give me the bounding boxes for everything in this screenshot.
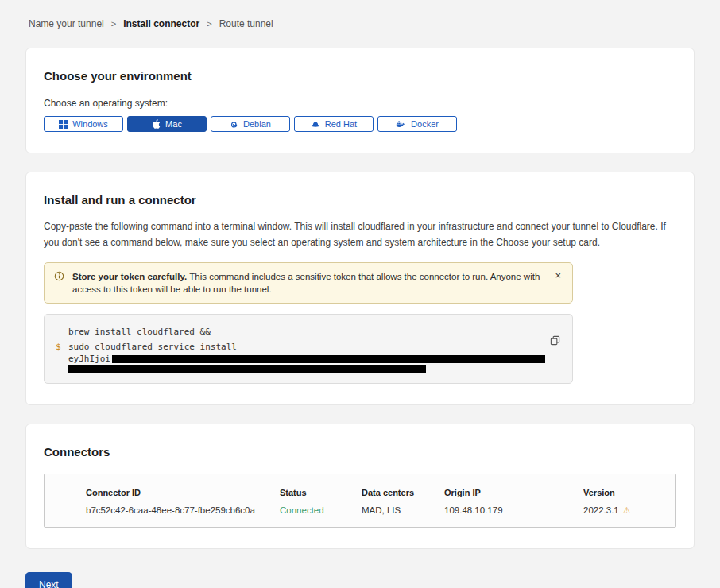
os-button-label: Debian (243, 119, 271, 129)
os-button-label: Windows (72, 119, 108, 129)
install-card: Install and run a connector Copy-paste t… (25, 172, 695, 405)
connectors-card: Connectors Connector ID Status Data cent… (25, 424, 695, 549)
code-text: brew install cloudflared && (68, 324, 211, 339)
command-code-block: brew install cloudflared && $ sudo cloud… (44, 314, 573, 384)
copy-icon[interactable] (550, 335, 560, 346)
shell-prompt: $ (56, 339, 68, 354)
close-icon[interactable]: × (553, 270, 563, 281)
docker-icon (396, 120, 406, 128)
breadcrumb-separator: > (111, 19, 116, 29)
windows-icon (59, 120, 68, 129)
main-content: Choose your environment Choose an operat… (25, 48, 695, 549)
token-warning-bold: Store your token carefully. (72, 272, 187, 281)
version-value: 2022.3.1 (583, 505, 619, 515)
breadcrumb: Name your tunnel > Install connector > R… (0, 0, 720, 48)
breadcrumb-name-your-tunnel[interactable]: Name your tunnel (29, 18, 104, 29)
os-button-group: Windows Mac Debian Red Hat (44, 116, 676, 132)
redacted-token-bar (112, 355, 545, 363)
col-header-origin-ip: Origin IP (444, 488, 583, 497)
connectors-card-title: Connectors (44, 445, 676, 458)
breadcrumb-separator: > (207, 19, 211, 29)
install-card-title: Install and run a connector (44, 193, 676, 207)
environment-card-title: Choose your environment (44, 69, 676, 83)
code-line-token-2 (56, 364, 559, 373)
table-header-row: Connector ID Status Data centers Origin … (45, 488, 675, 497)
cell-origin-ip: 109.48.10.179 (444, 505, 583, 515)
col-header-connector-id: Connector ID (86, 488, 280, 497)
cell-version: 2022.3.1 ⚠ (583, 505, 663, 515)
token-warning-banner: Store your token carefully. This command… (44, 262, 573, 304)
redhat-icon (311, 121, 320, 128)
connectors-table: Connector ID Status Data centers Origin … (44, 474, 676, 528)
info-icon (54, 271, 64, 296)
os-button-mac[interactable]: Mac (127, 116, 207, 132)
apple-icon (152, 119, 161, 129)
cell-connector-id: b7c52c42-6caa-48ee-8c77-fbe259cb6c0a (86, 505, 280, 515)
os-button-label: Docker (411, 119, 439, 129)
version-warning-icon: ⚠ (623, 506, 631, 515)
os-button-debian[interactable]: Debian (211, 116, 290, 132)
status-badge: Connected (280, 505, 362, 515)
code-text: sudo cloudflared service install (68, 339, 237, 354)
code-line-2: $ sudo cloudflared service install (56, 339, 559, 354)
redacted-token-bar (68, 365, 426, 373)
os-button-label: Mac (165, 119, 182, 129)
os-button-label: Red Hat (325, 119, 357, 129)
col-header-version: Version (583, 488, 663, 497)
debian-icon (230, 120, 238, 129)
code-line-1: brew install cloudflared && (56, 324, 559, 339)
install-description: Copy-paste the following command into a … (44, 219, 676, 250)
cell-data-centers: MAD, LIS (362, 505, 444, 515)
col-header-status: Status (280, 488, 362, 497)
table-row: b7c52c42-6caa-48ee-8c77-fbe259cb6c0a Con… (45, 505, 675, 515)
os-button-docker[interactable]: Docker (377, 116, 457, 132)
environment-card: Choose your environment Choose an operat… (25, 48, 695, 153)
os-select-label: Choose an operating system: (44, 98, 676, 109)
token-warning-text: Store your token carefully. This command… (72, 270, 545, 296)
next-button[interactable]: Next (25, 572, 72, 588)
token-prefix: eyJhIjoi (68, 354, 110, 364)
col-header-data-centers: Data centers (362, 488, 444, 497)
code-line-token: eyJhIjoi (56, 354, 559, 364)
breadcrumb-route-tunnel[interactable]: Route tunnel (219, 18, 273, 29)
os-button-windows[interactable]: Windows (44, 116, 123, 132)
os-button-redhat[interactable]: Red Hat (294, 116, 374, 132)
breadcrumb-install-connector[interactable]: Install connector (123, 18, 199, 29)
